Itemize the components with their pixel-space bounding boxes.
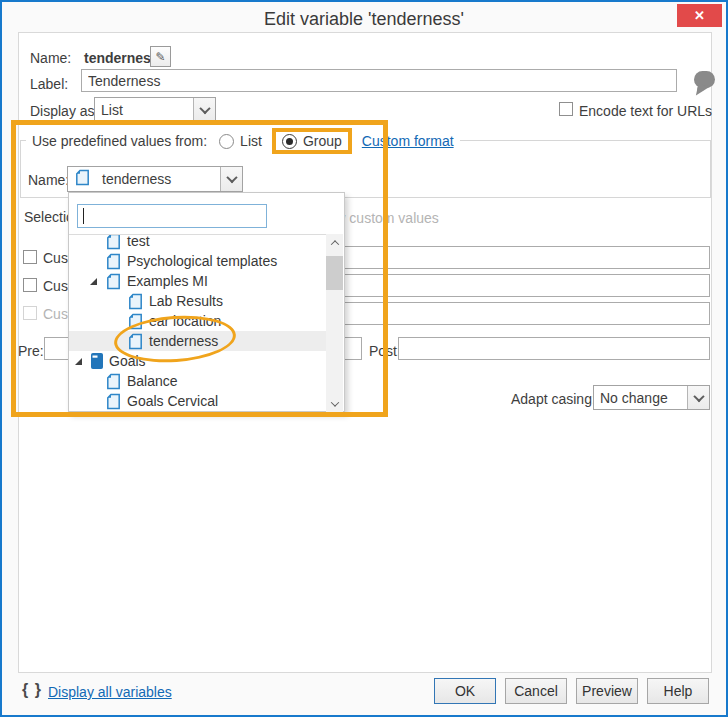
custom-checkbox-2[interactable] xyxy=(23,278,37,292)
scrollbar-thumb[interactable] xyxy=(326,256,343,290)
expanded-arrow-icon[interactable] xyxy=(90,278,97,285)
chevron-down-icon[interactable] xyxy=(193,98,215,121)
radio-icon-group[interactable] xyxy=(282,134,297,149)
post-input[interactable] xyxy=(398,337,710,360)
template-page-icon xyxy=(106,393,121,410)
annotation-group-highlight: Group xyxy=(272,128,352,154)
tree-search-input[interactable] xyxy=(77,204,267,228)
radio-list-label: List xyxy=(240,133,262,149)
cancel-button[interactable]: Cancel xyxy=(505,678,567,704)
book-icon xyxy=(91,353,103,369)
encode-urls-label: Encode text for URLs xyxy=(579,103,712,119)
pencil-icon: ✎ xyxy=(155,50,165,64)
footer-buttons: OK Cancel Preview Help xyxy=(434,678,709,704)
tree-item-label: Goals xyxy=(109,353,146,369)
preview-button[interactable]: Preview xyxy=(576,678,638,704)
close-button[interactable]: ✕ xyxy=(677,4,722,27)
tree-item-label: ear location xyxy=(149,313,221,329)
group-name-value: tenderness xyxy=(96,171,220,187)
dialog-title: Edit variable 'tenderness' xyxy=(2,9,726,30)
tree-item-test[interactable]: test xyxy=(69,234,327,251)
adapt-casing-label: Adapt casing: xyxy=(511,391,596,407)
template-page-icon xyxy=(106,234,121,250)
tree-item-label: Psychological templates xyxy=(127,253,277,269)
template-page-icon xyxy=(128,333,143,350)
display-as-value: List xyxy=(95,102,193,118)
predefined-legend-text: Use predefined values from: xyxy=(32,133,207,149)
tree-viewport: testPsychological templatesExamples MILa… xyxy=(69,234,327,412)
name-label: Name: xyxy=(30,50,71,66)
tree-list: testPsychological templatesExamples MILa… xyxy=(69,234,327,411)
tree-item-label: tenderness xyxy=(149,333,218,349)
template-page-icon xyxy=(75,169,90,189)
text-caret xyxy=(83,208,84,224)
group-tree-dropdown: testPsychological templatesExamples MILa… xyxy=(68,192,345,412)
tree-item-label: test xyxy=(127,234,150,249)
braces-icon: { } xyxy=(22,681,42,699)
expand-arrow-slot xyxy=(75,358,91,365)
name-value: tenderness xyxy=(84,50,159,66)
custom-checkbox-1[interactable] xyxy=(23,250,37,264)
expand-arrow-slot xyxy=(90,278,106,285)
help-button[interactable]: Help xyxy=(647,678,709,704)
scroll-down-icon[interactable] xyxy=(326,395,343,412)
tree-item-goals-cervical[interactable]: Goals Cervical xyxy=(69,391,327,411)
group-name-label: Name: xyxy=(28,172,69,188)
custom-checkbox-3[interactable] xyxy=(23,306,37,320)
tree-item-examples-mi[interactable]: Examples MI xyxy=(69,271,327,291)
label-label: Label: xyxy=(30,76,68,92)
post-label: Post: xyxy=(369,343,401,359)
edit-name-button[interactable]: ✎ xyxy=(150,46,171,67)
custom-format-link[interactable]: Custom format xyxy=(362,133,454,149)
adapt-casing-select[interactable]: No change xyxy=(593,385,710,410)
radio-option-list[interactable]: List xyxy=(219,133,262,149)
scroll-up-icon[interactable] xyxy=(326,234,343,251)
encode-urls-checkbox[interactable] xyxy=(559,102,573,116)
edit-variable-dialog: Edit variable 'tenderness' ✕ Name: tende… xyxy=(0,0,728,717)
tree-item-lab-results[interactable]: Lab Results xyxy=(69,291,327,311)
expanded-arrow-icon[interactable] xyxy=(75,358,82,365)
pre-label: Pre: xyxy=(18,343,44,359)
display-as-select[interactable]: List xyxy=(94,97,216,122)
tree-item-psychological-templates[interactable]: Psychological templates xyxy=(69,251,327,271)
tree-item-label: Examples MI xyxy=(127,273,208,289)
ok-button[interactable]: OK xyxy=(434,678,496,704)
tree-scrollbar[interactable] xyxy=(326,234,343,412)
template-page-icon xyxy=(128,293,143,310)
chevron-down-icon[interactable] xyxy=(687,386,709,409)
template-page-icon xyxy=(106,253,121,270)
predefined-values-legend: Use predefined values from: List Group C… xyxy=(26,130,460,152)
tree-item-label: Goals Cervical xyxy=(127,393,218,409)
group-name-combobox[interactable]: tenderness xyxy=(67,166,243,192)
radio-group-label: Group xyxy=(303,133,342,149)
display-all-variables-link[interactable]: Display all variables xyxy=(48,684,172,700)
tree-item-goals[interactable]: Goals xyxy=(69,351,327,371)
chevron-down-icon[interactable] xyxy=(220,167,242,191)
tree-item-label: Lab Results xyxy=(149,293,223,309)
display-as-label: Display as: xyxy=(30,103,98,119)
tree-item-label: Balance xyxy=(127,373,178,389)
tree-item-tenderness[interactable]: tenderness xyxy=(69,331,327,351)
radio-icon-list[interactable] xyxy=(219,134,234,149)
comment-bubble-icon[interactable] xyxy=(694,71,715,88)
template-page-icon xyxy=(106,273,121,290)
close-icon: ✕ xyxy=(694,8,705,23)
tree-item-ear-location[interactable]: ear location xyxy=(69,311,327,331)
template-page-icon xyxy=(128,313,143,330)
tree-item-balance[interactable]: Balance xyxy=(69,371,327,391)
adapt-casing-value: No change xyxy=(594,390,687,406)
template-page-icon xyxy=(106,373,121,390)
label-input[interactable] xyxy=(81,69,677,92)
